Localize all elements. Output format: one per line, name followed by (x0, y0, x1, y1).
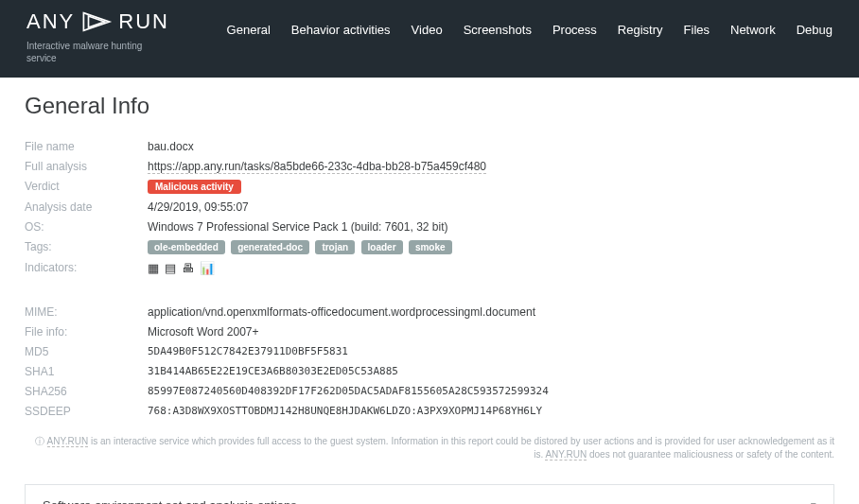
label-file-name: File name (25, 140, 148, 153)
nav-registry[interactable]: Registry (618, 23, 663, 37)
nav-general[interactable]: General (227, 23, 271, 37)
info-icon: ⓘ (35, 436, 46, 446)
value-file-info: Microsoft Word 2007+ (148, 325, 834, 339)
value-mime: application/vnd.openxmlformats-officedoc… (148, 305, 834, 319)
value-tags: ole-embedded generated-doc trojan loader… (148, 240, 834, 254)
indicator-chart-icon: 📊 (200, 261, 215, 275)
value-os: Windows 7 Professional Service Pack 1 (b… (148, 220, 834, 234)
main-content: General Info File name bau.docx Full ana… (0, 78, 859, 504)
badge-verdict: Malicious activity (148, 180, 241, 194)
label-indicators: Indicators: (25, 261, 148, 275)
disclaimer-brand-2[interactable]: ANY.RUN (545, 449, 587, 461)
tag-item[interactable]: generated-doc (231, 240, 309, 254)
link-full-analysis[interactable]: https://app.any.run/tasks/8a5bde66-233c-… (148, 160, 486, 174)
top-nav: General Behavior activities Video Screen… (227, 9, 833, 37)
tag-item[interactable]: smoke (409, 240, 452, 254)
value-ssdeep: 768:A3D8WX9XOSTTOBDMJ142H8UNQE8HJDAKW6LD… (148, 405, 834, 418)
label-tags: Tags: (25, 240, 148, 254)
label-sha256: SHA256 (25, 385, 148, 398)
label-verdict: Verdict (25, 180, 148, 194)
disclaimer-brand-1[interactable]: ANY.RUN (47, 436, 89, 447)
label-os: OS: (25, 220, 148, 234)
brand-text-run: RUN (118, 9, 169, 34)
play-triangle-icon (80, 10, 113, 33)
tag-item[interactable]: loader (361, 240, 403, 254)
brand-tagline: Interactive malware hunting service (26, 40, 168, 64)
nav-debug[interactable]: Debug (797, 23, 833, 37)
spacer (25, 282, 834, 299)
page-title: General Info (25, 93, 834, 119)
nav-network[interactable]: Network (730, 23, 776, 37)
indicator-barcode-icon: ▤ (165, 261, 176, 275)
value-indicators: ▦ ▤ 🖶 📊 (148, 261, 834, 275)
nav-behavior[interactable]: Behavior activities (291, 23, 391, 37)
value-file-name: bau.docx (148, 140, 834, 153)
indicator-grid-icon: ▦ (148, 261, 159, 275)
label-analysis-date: Analysis date (25, 200, 148, 214)
value-sha1: 31B414AB65E22E19CE3A6B80303E2ED05C53A885 (148, 365, 834, 378)
brand-logo[interactable]: ANY RUN (26, 9, 169, 34)
value-md5: 5DA49B0F512C7842E37911D0BF5F5831 (148, 345, 834, 358)
nav-files[interactable]: Files (684, 23, 710, 37)
app-header: ANY RUN Interactive malware hunting serv… (0, 0, 859, 78)
indicator-print-icon: 🖶 (182, 261, 194, 275)
general-info-grid: File name bau.docx Full analysis https:/… (25, 140, 834, 418)
label-full-analysis: Full analysis (25, 160, 148, 173)
tag-item[interactable]: trojan (315, 240, 355, 254)
brand-block: ANY RUN Interactive malware hunting serv… (26, 9, 169, 64)
nav-video[interactable]: Video (412, 23, 443, 37)
label-md5: MD5 (25, 345, 148, 358)
value-sha256: 85997E087240560D408392DF17F262D05DAC5ADA… (148, 385, 834, 398)
label-sha1: SHA1 (25, 365, 148, 378)
brand-text-any: ANY (26, 9, 75, 34)
nav-screenshots[interactable]: Screenshots (464, 23, 532, 37)
disclaimer-text: ⓘ ANY.RUN is an interactive service whic… (25, 435, 834, 461)
label-ssdeep: SSDEEP (25, 405, 148, 418)
chevron-down-icon: ▾ (811, 499, 816, 504)
tag-item[interactable]: ole-embedded (148, 240, 225, 254)
disclaimer-part2: does not guarantee maliciousness or safe… (587, 449, 834, 460)
label-file-info: File info: (25, 325, 148, 339)
collapse-title: Software environment set and analysis op… (43, 498, 297, 504)
value-analysis-date: 4/29/2019, 09:55:07 (148, 200, 834, 214)
collapse-software-env[interactable]: Software environment set and analysis op… (25, 484, 834, 504)
label-mime: MIME: (25, 305, 148, 319)
nav-process[interactable]: Process (552, 23, 597, 37)
